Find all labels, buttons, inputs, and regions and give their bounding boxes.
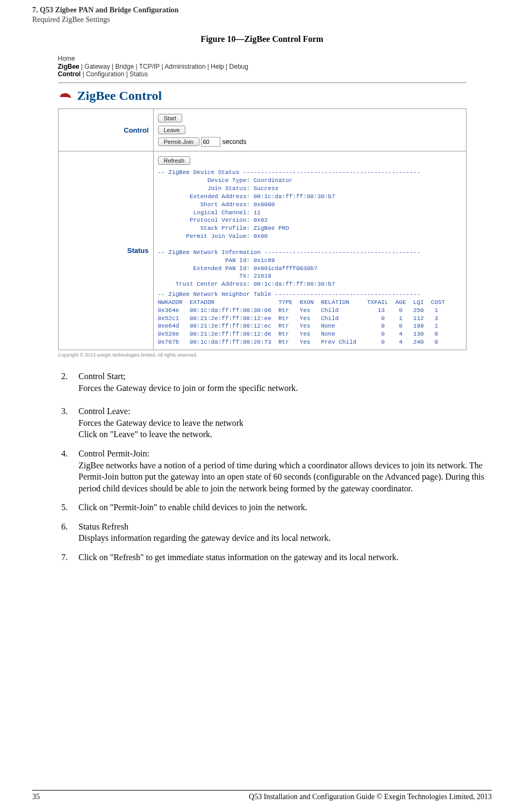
page-number: 35 bbox=[32, 793, 40, 801]
permit-join-button[interactable]: Permit-Join bbox=[158, 137, 200, 146]
refresh-button[interactable]: Refresh bbox=[158, 156, 191, 165]
list-body: Displays information regarding the gatew… bbox=[78, 533, 331, 542]
list-body-line1: Forces the Gateway device to leave the n… bbox=[78, 418, 243, 427]
status-label-cell: Status bbox=[58, 151, 153, 350]
nav-home-link[interactable]: Home bbox=[58, 55, 466, 62]
nav-zigbee-link[interactable]: ZigBee bbox=[58, 63, 80, 70]
chapter-line: 7. Q53 Zigbee PAN and Bridge Configurati… bbox=[32, 6, 178, 14]
list-item-5: 5. Click on "Permit-Join" to enable chil… bbox=[64, 502, 492, 513]
screenshot-title-row: ZigBee Control bbox=[58, 89, 466, 103]
list-item-6: 6. Status Refresh Displays information r… bbox=[64, 521, 492, 544]
leave-button[interactable]: Leave bbox=[158, 126, 186, 134]
screenshot-copyright: Copyright © 2013 exegin technologies lim… bbox=[58, 352, 466, 358]
gecko-icon bbox=[58, 90, 73, 103]
control-label-cell: Control bbox=[58, 109, 153, 151]
status-row: Status Refresh -- ZigBee Device Status -… bbox=[58, 151, 466, 350]
list-number: 7. bbox=[61, 552, 68, 563]
list-number: 4. bbox=[61, 448, 68, 460]
nav-row2-rest: | Gateway | Bridge | TCP/IP | Administra… bbox=[80, 63, 248, 70]
list-item-4: 4. Control Permit-Join: ZigBee networks … bbox=[64, 448, 492, 494]
nav-control-link[interactable]: Control bbox=[58, 70, 81, 78]
screenshot-nav: Home ZigBee | Gateway | Bridge | TCP/IP … bbox=[58, 54, 466, 80]
control-form-table: Control Start Leave Permit-Join seconds … bbox=[58, 108, 466, 350]
list-title: Control Permit-Join: bbox=[78, 449, 149, 458]
list-title: Status Refresh bbox=[78, 522, 128, 531]
list-body: Click on "Permit-Join" to enable child d… bbox=[78, 503, 307, 512]
list-number: 5. bbox=[61, 502, 68, 513]
body-list: 2. Control Start; Forces the Gateway dev… bbox=[64, 371, 492, 563]
list-body: ZigBee networks have a notion of a perio… bbox=[78, 461, 484, 493]
list-item-7: 7. Click on "Refresh" to get immediate s… bbox=[64, 552, 492, 563]
horizontal-rule bbox=[58, 82, 466, 83]
list-number: 3. bbox=[61, 405, 68, 417]
list-title: Control Start; bbox=[78, 372, 126, 381]
start-button[interactable]: Start bbox=[158, 114, 182, 122]
screenshot-title: ZigBee Control bbox=[77, 89, 162, 103]
list-body: Forces the Gateway device to join or for… bbox=[78, 383, 298, 393]
list-body: Click on "Refresh" to get immediate stat… bbox=[78, 553, 399, 562]
footer-text: Q53 Installation and Configuration Guide… bbox=[249, 793, 492, 801]
svg-point-0 bbox=[60, 94, 61, 95]
control-row: Control Start Leave Permit-Join seconds bbox=[58, 109, 466, 151]
list-number: 6. bbox=[61, 521, 68, 533]
list-item-3: 3. Control Leave: Forces the Gateway dev… bbox=[64, 405, 492, 440]
status-device-text: -- ZigBee Device Status ----------------… bbox=[158, 169, 462, 288]
list-number: 2. bbox=[61, 371, 68, 382]
page-footer: 35 Q53 Installation and Configuration Gu… bbox=[32, 790, 492, 801]
nav-row3-rest: | Configuration | Status bbox=[81, 70, 148, 78]
permit-join-seconds-label: seconds bbox=[222, 138, 247, 146]
status-neighbor-table: -- ZigBee Network Neighbor Table -------… bbox=[158, 291, 462, 346]
section-line: Required ZigBee Settings bbox=[32, 16, 110, 24]
list-title: Control Leave: bbox=[78, 407, 130, 416]
document-header: 7. Q53 Zigbee PAN and Bridge Configurati… bbox=[32, 5, 492, 25]
list-body-line2: Click on "Leave" to leave the network. bbox=[78, 430, 212, 439]
permit-join-seconds-input[interactable] bbox=[201, 137, 220, 147]
screenshot-zigbee-control: Home ZigBee | Gateway | Bridge | TCP/IP … bbox=[58, 54, 466, 358]
figure-title: Figure 10—ZigBee Control Form bbox=[32, 34, 492, 44]
list-item-2: 2. Control Start; Forces the Gateway dev… bbox=[64, 371, 492, 394]
